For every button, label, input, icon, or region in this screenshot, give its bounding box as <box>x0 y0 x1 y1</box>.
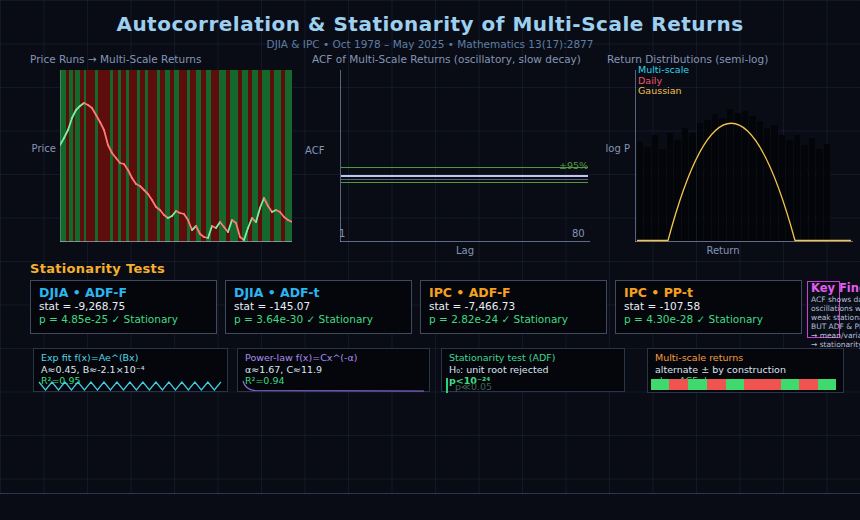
dist-y-axis-label: log P <box>596 143 630 154</box>
return-sign-segment <box>799 379 818 390</box>
test-card-pvalue: p = 4.85e-25 ✓ Stationary <box>39 313 208 326</box>
footnote-title: Stationarity test (ADF) <box>449 352 617 364</box>
key-findings-box: Key Findings ACF shows damped oscillatio… <box>807 281 840 338</box>
footnote-title: Power-law f(x)=Cx^(-α) <box>245 352 422 364</box>
multiscale-strip <box>651 378 840 392</box>
return-sign-segment <box>669 379 688 390</box>
footnote-params: α≈1.67, C≈11.9 <box>245 364 422 375</box>
return-sign-segment <box>781 379 800 390</box>
key-findings-line: ACF shows damped <box>811 295 860 304</box>
dist-x-axis-label: Return <box>688 245 758 256</box>
footnote-desc: alternate ± by construction <box>655 364 836 375</box>
page-root: { "header": { "title": "Autocorrelation … <box>0 0 860 520</box>
footnote-stationarity-test: Stationarity test (ADF) H₀: unit root re… <box>441 348 625 392</box>
price-chart-title: Price Runs → Multi-Scale Returns <box>30 53 201 65</box>
threshold-label: p≪0.05 <box>455 381 492 392</box>
test-card-title: DJIA • ADF-F <box>39 285 208 300</box>
test-card-title: DJIA • ADF-t <box>234 285 403 300</box>
acf-tick-start: 1 <box>339 228 345 239</box>
acf-conf-label: ±95% <box>528 160 588 171</box>
test-card-ipc-pp-t: IPC • PP-t stat = -107.58 p = 4.30e-28 ✓… <box>615 280 802 334</box>
test-card-title: IPC • ADF-F <box>429 285 598 300</box>
return-sign-segment <box>651 379 669 390</box>
legend-item-multiscale: Multi-scale <box>638 65 689 76</box>
test-card-djia-adf-t: DJIA • ADF-t stat = -145.07 p = 3.64e-30… <box>225 280 412 334</box>
footnote-title: Exp fit f(x)=Ae^(Bx) <box>41 352 220 364</box>
price-runs-plot <box>60 70 292 242</box>
acf-conf-lower-line <box>341 182 588 183</box>
test-card-ipc-adf-f: IPC • ADF-F stat = -7,466.73 p = 2.82e-2… <box>420 280 607 334</box>
acf-chart-title: ACF of Multi-Scale Returns (oscillatory,… <box>312 53 581 65</box>
acf-y-axis-label: ACF <box>305 145 324 156</box>
acf-x-axis-label: Lag <box>430 245 500 256</box>
key-findings-line: weak stationarity <box>811 313 860 322</box>
test-card-stat: stat = -145.07 <box>234 300 403 313</box>
test-card-djia-adf-f: DJIA • ADF-F stat = -9,268.75 p = 4.85e-… <box>30 280 217 334</box>
key-findings-line: oscillations with <box>811 304 860 313</box>
acf-series-line <box>341 175 588 177</box>
footnote-params: A≈0.45, B≈-2.1×10⁻⁴ <box>41 364 220 375</box>
test-card-pvalue: p = 4.30e-28 ✓ Stationary <box>624 313 793 326</box>
test-card-title: IPC • PP-t <box>624 285 793 300</box>
acf-x-axis-spine <box>340 241 590 242</box>
key-findings-line: → mean/variance <box>811 331 860 340</box>
acf-tick-end: 80 <box>572 228 585 239</box>
exp-fit-sparkline <box>37 377 224 391</box>
footnote-power-law: Power-law f(x)=Cx^(-α) α≈1.67, C≈11.9 R²… <box>237 348 430 392</box>
tests-section-heading: Stationarity Tests <box>30 261 165 276</box>
test-card-stat: stat = -7,466.73 <box>429 300 598 313</box>
threshold-tick <box>446 378 448 393</box>
return-sign-segment <box>818 379 836 390</box>
return-sign-segment <box>744 379 781 390</box>
return-sign-segment <box>726 379 744 390</box>
price-y-axis-spine <box>60 70 61 242</box>
price-y-axis-label: Price <box>26 143 56 154</box>
test-card-stat: stat = -107.58 <box>624 300 793 313</box>
return-sign-segment <box>707 379 726 390</box>
dist-legend: Multi-scale Daily Gaussian <box>638 65 689 97</box>
page-subtitle: DJIA & IPC • Oct 1978 – May 2025 • Mathe… <box>0 38 860 50</box>
adf-threshold-mark: p≪0.05 <box>445 377 621 391</box>
test-card-pvalue: p = 2.82e-24 ✓ Stationary <box>429 313 598 326</box>
key-findings-content: Key Findings ACF shows damped oscillatio… <box>811 282 860 349</box>
power-law-sparkline <box>241 377 426 391</box>
legend-item-gaussian: Gaussian <box>638 86 689 97</box>
key-findings-title: Key Findings <box>811 282 860 295</box>
return-sign-segment <box>688 379 707 390</box>
price-line <box>60 70 292 242</box>
test-card-stat: stat = -9,268.75 <box>39 300 208 313</box>
price-x-axis-spine <box>60 241 292 242</box>
footnote-multiscale: Multi-scale returns alternate ± by const… <box>647 348 844 393</box>
acf-zero-line <box>341 179 588 180</box>
acf-y-axis-spine <box>340 70 341 242</box>
test-card-pvalue: p = 3.64e-30 ✓ Stationary <box>234 313 403 326</box>
key-findings-line: BUT ADF & PP tests <box>811 322 860 331</box>
footnote-exp-fit: Exp fit f(x)=Ae^(Bx) A≈0.45, B≈-2.1×10⁻⁴… <box>33 348 228 392</box>
page-title: Autocorrelation & Stationarity of Multi-… <box>0 12 860 36</box>
footnote-hypothesis: H₀: unit root rejected <box>449 364 617 375</box>
footnote-title: Multi-scale returns <box>655 352 836 364</box>
bottom-divider-line <box>0 493 860 494</box>
